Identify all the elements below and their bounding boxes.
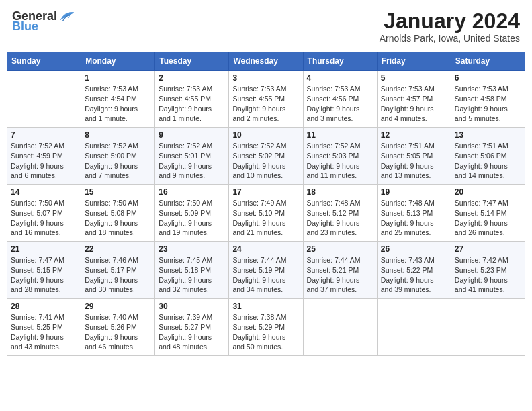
- day-number: 13: [455, 130, 521, 140]
- calendar-week-row: 1Sunrise: 7:53 AM Sunset: 4:54 PM Daylig…: [7, 71, 525, 128]
- calendar-table: SundayMondayTuesdayWednesdayThursdayFrid…: [7, 52, 525, 356]
- calendar-cell: 11Sunrise: 7:52 AM Sunset: 5:03 PM Dayli…: [303, 128, 377, 185]
- day-number: 4: [307, 73, 373, 83]
- day-number: 20: [455, 187, 521, 197]
- day-info: Sunrise: 7:53 AM Sunset: 4:58 PM Dayligh…: [455, 84, 521, 124]
- logo: General Blue: [12, 9, 75, 34]
- calendar-cell: [451, 299, 525, 356]
- calendar-cell: 23Sunrise: 7:45 AM Sunset: 5:18 PM Dayli…: [155, 242, 229, 299]
- calendar-cell: 27Sunrise: 7:42 AM Sunset: 5:23 PM Dayli…: [451, 242, 525, 299]
- calendar-cell: 10Sunrise: 7:52 AM Sunset: 5:02 PM Dayli…: [229, 128, 303, 185]
- calendar-cell: 14Sunrise: 7:50 AM Sunset: 5:07 PM Dayli…: [7, 185, 81, 242]
- calendar-cell: 20Sunrise: 7:47 AM Sunset: 5:14 PM Dayli…: [451, 185, 525, 242]
- day-number: 7: [11, 130, 77, 140]
- page-title: January 2024: [380, 9, 520, 33]
- day-number: 30: [159, 302, 225, 311]
- logo-blue: Blue: [12, 19, 38, 34]
- calendar-day-header: Wednesday: [229, 52, 303, 71]
- day-number: 19: [381, 187, 447, 197]
- day-info: Sunrise: 7:38 AM Sunset: 5:29 PM Dayligh…: [232, 312, 299, 352]
- calendar-day-header: Tuesday: [155, 52, 229, 71]
- calendar-cell: 26Sunrise: 7:43 AM Sunset: 5:22 PM Dayli…: [377, 242, 451, 299]
- day-info: Sunrise: 7:53 AM Sunset: 4:56 PM Dayligh…: [307, 84, 373, 124]
- calendar-cell: 17Sunrise: 7:49 AM Sunset: 5:10 PM Dayli…: [229, 185, 303, 242]
- calendar-week-row: 28Sunrise: 7:41 AM Sunset: 5:25 PM Dayli…: [7, 299, 525, 356]
- calendar-cell: 9Sunrise: 7:52 AM Sunset: 5:01 PM Daylig…: [155, 128, 229, 185]
- day-info: Sunrise: 7:52 AM Sunset: 5:01 PM Dayligh…: [159, 141, 225, 181]
- day-number: 22: [85, 244, 151, 254]
- day-info: Sunrise: 7:44 AM Sunset: 5:19 PM Dayligh…: [232, 255, 299, 295]
- day-info: Sunrise: 7:40 AM Sunset: 5:26 PM Dayligh…: [85, 312, 151, 352]
- day-number: 12: [381, 130, 447, 140]
- calendar-cell: 22Sunrise: 7:46 AM Sunset: 5:17 PM Dayli…: [81, 242, 155, 299]
- day-info: Sunrise: 7:53 AM Sunset: 4:54 PM Dayligh…: [85, 84, 151, 124]
- day-info: Sunrise: 7:41 AM Sunset: 5:25 PM Dayligh…: [11, 312, 77, 352]
- day-info: Sunrise: 7:46 AM Sunset: 5:17 PM Dayligh…: [85, 255, 151, 295]
- calendar-cell: 8Sunrise: 7:52 AM Sunset: 5:00 PM Daylig…: [81, 128, 155, 185]
- day-info: Sunrise: 7:50 AM Sunset: 5:08 PM Dayligh…: [85, 198, 151, 238]
- calendar-cell: 7Sunrise: 7:52 AM Sunset: 4:59 PM Daylig…: [7, 128, 81, 185]
- calendar-cell: 15Sunrise: 7:50 AM Sunset: 5:08 PM Dayli…: [81, 185, 155, 242]
- calendar-week-row: 14Sunrise: 7:50 AM Sunset: 5:07 PM Dayli…: [7, 185, 525, 242]
- calendar-cell: 16Sunrise: 7:50 AM Sunset: 5:09 PM Dayli…: [155, 185, 229, 242]
- day-info: Sunrise: 7:44 AM Sunset: 5:21 PM Dayligh…: [307, 255, 373, 295]
- day-info: Sunrise: 7:52 AM Sunset: 4:59 PM Dayligh…: [11, 141, 77, 181]
- calendar-cell: [7, 71, 81, 128]
- calendar-cell: 13Sunrise: 7:51 AM Sunset: 5:06 PM Dayli…: [451, 128, 525, 185]
- page-header: General Blue January 2024 Arnolds Park, …: [7, 7, 525, 46]
- calendar-day-header: Saturday: [451, 52, 525, 71]
- day-info: Sunrise: 7:53 AM Sunset: 4:57 PM Dayligh…: [381, 84, 447, 124]
- calendar-cell: [377, 299, 451, 356]
- day-number: 3: [232, 73, 299, 83]
- day-info: Sunrise: 7:53 AM Sunset: 4:55 PM Dayligh…: [159, 84, 225, 124]
- day-number: 14: [11, 187, 77, 197]
- calendar-cell: 1Sunrise: 7:53 AM Sunset: 4:54 PM Daylig…: [81, 71, 155, 128]
- day-number: 31: [232, 302, 299, 311]
- day-number: 17: [232, 187, 299, 197]
- calendar-week-row: 7Sunrise: 7:52 AM Sunset: 4:59 PM Daylig…: [7, 128, 525, 185]
- calendar-week-row: 21Sunrise: 7:47 AM Sunset: 5:15 PM Dayli…: [7, 242, 525, 299]
- logo-bird-icon: [58, 10, 75, 24]
- calendar-cell: 2Sunrise: 7:53 AM Sunset: 4:55 PM Daylig…: [155, 71, 229, 128]
- day-number: 18: [307, 187, 373, 197]
- calendar-cell: 28Sunrise: 7:41 AM Sunset: 5:25 PM Dayli…: [7, 299, 81, 356]
- day-number: 9: [159, 130, 225, 140]
- day-number: 8: [85, 130, 151, 140]
- calendar-cell: 12Sunrise: 7:51 AM Sunset: 5:05 PM Dayli…: [377, 128, 451, 185]
- calendar-cell: 30Sunrise: 7:39 AM Sunset: 5:27 PM Dayli…: [155, 299, 229, 356]
- calendar-cell: [303, 299, 377, 356]
- day-number: 27: [455, 244, 521, 254]
- day-info: Sunrise: 7:49 AM Sunset: 5:10 PM Dayligh…: [232, 198, 299, 238]
- day-info: Sunrise: 7:43 AM Sunset: 5:22 PM Dayligh…: [381, 255, 447, 295]
- day-number: 16: [159, 187, 225, 197]
- day-number: 23: [159, 244, 225, 254]
- day-number: 6: [455, 73, 521, 83]
- day-number: 21: [11, 244, 77, 254]
- day-number: 15: [85, 187, 151, 197]
- day-number: 28: [11, 302, 77, 311]
- day-info: Sunrise: 7:51 AM Sunset: 5:06 PM Dayligh…: [455, 141, 521, 181]
- day-info: Sunrise: 7:52 AM Sunset: 5:00 PM Dayligh…: [85, 141, 151, 181]
- calendar-cell: 29Sunrise: 7:40 AM Sunset: 5:26 PM Dayli…: [81, 299, 155, 356]
- title-block: January 2024 Arnolds Park, Iowa, United …: [380, 9, 520, 44]
- day-info: Sunrise: 7:50 AM Sunset: 5:09 PM Dayligh…: [159, 198, 225, 238]
- calendar-day-header: Thursday: [303, 52, 377, 71]
- day-info: Sunrise: 7:51 AM Sunset: 5:05 PM Dayligh…: [381, 141, 447, 181]
- day-number: 25: [307, 244, 373, 254]
- calendar-cell: 18Sunrise: 7:48 AM Sunset: 5:12 PM Dayli…: [303, 185, 377, 242]
- calendar-cell: 5Sunrise: 7:53 AM Sunset: 4:57 PM Daylig…: [377, 71, 451, 128]
- day-info: Sunrise: 7:42 AM Sunset: 5:23 PM Dayligh…: [455, 255, 521, 295]
- calendar-day-header: Monday: [81, 52, 155, 71]
- calendar-cell: 24Sunrise: 7:44 AM Sunset: 5:19 PM Dayli…: [229, 242, 303, 299]
- page-subtitle: Arnolds Park, Iowa, United States: [380, 33, 520, 44]
- day-info: Sunrise: 7:52 AM Sunset: 5:03 PM Dayligh…: [307, 141, 373, 181]
- calendar-cell: 21Sunrise: 7:47 AM Sunset: 5:15 PM Dayli…: [7, 242, 81, 299]
- calendar-cell: 6Sunrise: 7:53 AM Sunset: 4:58 PM Daylig…: [451, 71, 525, 128]
- day-number: 11: [307, 130, 373, 140]
- day-info: Sunrise: 7:47 AM Sunset: 5:14 PM Dayligh…: [455, 198, 521, 238]
- day-info: Sunrise: 7:53 AM Sunset: 4:55 PM Dayligh…: [232, 84, 299, 124]
- day-number: 29: [85, 302, 151, 311]
- day-info: Sunrise: 7:47 AM Sunset: 5:15 PM Dayligh…: [11, 255, 77, 295]
- day-number: 10: [232, 130, 299, 140]
- calendar-cell: 19Sunrise: 7:48 AM Sunset: 5:13 PM Dayli…: [377, 185, 451, 242]
